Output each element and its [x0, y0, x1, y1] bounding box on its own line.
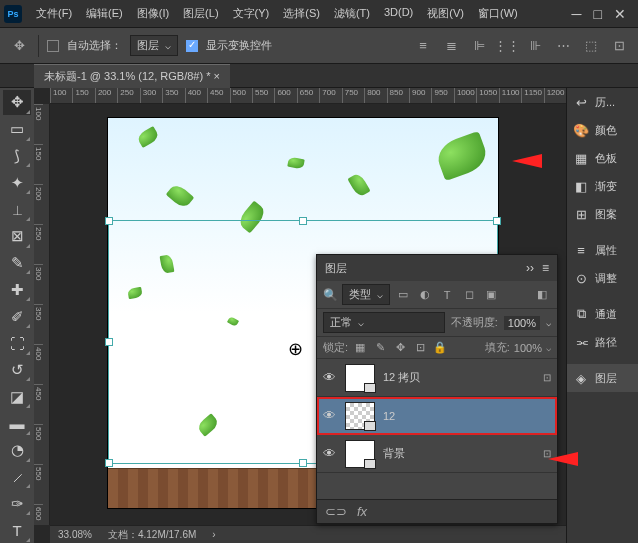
layer-thumbnail[interactable]: [345, 364, 375, 392]
frame-tool[interactable]: ⊠: [3, 224, 31, 249]
3d-icon[interactable]: ⬚: [580, 35, 602, 57]
menu-image[interactable]: 图像(I): [131, 3, 175, 24]
menu-layer[interactable]: 图层(L): [177, 3, 224, 24]
panel-item-色板[interactable]: ▦色板: [567, 144, 638, 172]
lock-all-icon[interactable]: 🔒: [432, 341, 448, 354]
visibility-icon[interactable]: 👁: [323, 370, 337, 385]
brush-tool[interactable]: ✐: [3, 304, 31, 329]
panel-item-图案[interactable]: ⊞图案: [567, 200, 638, 228]
blur-tool[interactable]: ◔: [3, 438, 31, 463]
align-icon[interactable]: ⊫: [468, 35, 490, 57]
lock-pos-icon[interactable]: ✥: [392, 341, 408, 354]
filter-toggle-icon[interactable]: ◧: [533, 286, 551, 304]
marquee-tool[interactable]: ▭: [3, 117, 31, 142]
panel-label: 调整: [595, 271, 617, 286]
panel-icon: ⊞: [573, 206, 589, 222]
panel-item-颜色[interactable]: 🎨颜色: [567, 116, 638, 144]
document-tab[interactable]: 未标题-1 @ 33.1% (12, RGB/8#) * ×: [34, 64, 230, 88]
pen-tool[interactable]: ✑: [3, 491, 31, 516]
dodge-tool[interactable]: ⟋: [3, 465, 31, 490]
layer-name[interactable]: 12: [383, 410, 395, 422]
panel-item-历...[interactable]: ↩历...: [567, 88, 638, 116]
layer-name[interactable]: 12 拷贝: [383, 370, 420, 385]
menu-window[interactable]: 窗口(W): [472, 3, 524, 24]
filter-shape-icon[interactable]: ◻: [460, 286, 478, 304]
lock-label: 锁定:: [323, 340, 348, 355]
menu-3d[interactable]: 3D(D): [378, 3, 419, 24]
panel-label: 渐变: [595, 179, 617, 194]
type-tool[interactable]: T: [3, 518, 31, 543]
filter-type-icon[interactable]: T: [438, 286, 456, 304]
align-icon[interactable]: ≣: [440, 35, 462, 57]
close-button[interactable]: ✕: [614, 6, 626, 22]
link-layers-icon[interactable]: ⊂⊃: [325, 504, 347, 519]
info-chevron-icon[interactable]: ›: [212, 529, 215, 540]
panel-item-调整[interactable]: ⊙调整: [567, 264, 638, 292]
align-icon[interactable]: ⊪: [524, 35, 546, 57]
lock-nest-icon[interactable]: ⊡: [412, 341, 428, 354]
move-tool[interactable]: ✥: [3, 90, 31, 115]
blend-mode-dropdown[interactable]: 正常: [323, 312, 445, 333]
visibility-icon[interactable]: 👁: [323, 446, 337, 461]
fill-label: 填充:: [485, 340, 510, 355]
filter-smart-icon[interactable]: ▣: [482, 286, 500, 304]
crop-tool[interactable]: ⟂: [3, 197, 31, 222]
opacity-value[interactable]: 100%: [504, 316, 540, 330]
move-tool-icon[interactable]: ✥: [8, 35, 30, 57]
filter-adjust-icon[interactable]: ◐: [416, 286, 434, 304]
lock-trans-icon[interactable]: ▦: [352, 341, 368, 354]
menu-type[interactable]: 文字(Y): [227, 3, 276, 24]
layer-thumbnail[interactable]: [345, 402, 375, 430]
menu-filter[interactable]: 滤镜(T): [328, 3, 376, 24]
heal-tool[interactable]: ✚: [3, 277, 31, 302]
lasso-tool[interactable]: ⟆: [3, 144, 31, 169]
panel-item-渐变[interactable]: ◧渐变: [567, 172, 638, 200]
panel-menu-icon[interactable]: ≡: [542, 261, 549, 275]
history-brush-tool[interactable]: ↺: [3, 358, 31, 383]
panel-item-通道[interactable]: ⧉通道: [567, 300, 638, 328]
menu-select[interactable]: 选择(S): [277, 3, 326, 24]
layers-panel-header[interactable]: 图层 ››≡: [317, 255, 557, 281]
stamp-tool[interactable]: ⛶: [3, 331, 31, 356]
wand-tool[interactable]: ✦: [3, 170, 31, 195]
minimize-button[interactable]: ─: [572, 6, 582, 22]
menu-edit[interactable]: 编辑(E): [80, 3, 129, 24]
visibility-icon[interactable]: 👁: [323, 408, 337, 423]
panel-icon[interactable]: ⊡: [608, 35, 630, 57]
layer-row[interactable]: 👁12 拷贝⊡: [317, 359, 557, 397]
maximize-button[interactable]: □: [594, 6, 602, 22]
panel-item-图层[interactable]: ◈图层: [567, 364, 638, 392]
fill-value[interactable]: 100%: [514, 342, 542, 354]
panel-label: 历...: [595, 95, 615, 110]
auto-select-checkbox[interactable]: [47, 40, 59, 52]
eraser-tool[interactable]: ◪: [3, 384, 31, 409]
layers-panel[interactable]: 图层 ››≡ 🔍 类型 ▭ ◐ T ◻ ▣ ◧ 正常 不透明度: 100%⌵ 锁…: [316, 254, 558, 524]
layer-row[interactable]: 👁12: [317, 397, 557, 435]
annotation-arrow-icon: [548, 452, 578, 466]
search-icon[interactable]: 🔍: [323, 288, 338, 302]
collapse-icon[interactable]: ››: [526, 261, 534, 275]
layer-thumbnail[interactable]: [345, 440, 375, 468]
annotation-arrow-icon: [512, 154, 542, 168]
panel-item-路径[interactable]: ⫘路径: [567, 328, 638, 356]
layer-name[interactable]: 背景: [383, 446, 405, 461]
filter-type-dropdown[interactable]: 类型: [342, 284, 390, 305]
align-icon[interactable]: ⋮⋮: [496, 35, 518, 57]
zoom-level[interactable]: 33.08%: [58, 529, 92, 540]
show-transform-checkbox[interactable]: [186, 40, 198, 52]
menu-file[interactable]: 文件(F): [30, 3, 78, 24]
panel-label: 颜色: [595, 123, 617, 138]
layer-select-dropdown[interactable]: 图层: [130, 35, 178, 56]
eyedropper-tool[interactable]: ✎: [3, 251, 31, 276]
layer-row[interactable]: 👁背景⊡: [317, 435, 557, 473]
fx-icon[interactable]: fx: [357, 504, 367, 519]
gradient-tool[interactable]: ▬: [3, 411, 31, 436]
menu-view[interactable]: 视图(V): [421, 3, 470, 24]
lock-pixels-icon[interactable]: ✎: [372, 341, 388, 354]
filter-image-icon[interactable]: ▭: [394, 286, 412, 304]
layers-panel-title: 图层: [325, 261, 347, 276]
panel-item-属性[interactable]: ≡属性: [567, 236, 638, 264]
more-icon[interactable]: ⋯: [552, 35, 574, 57]
align-icon[interactable]: ≡: [412, 35, 434, 57]
close-tab-icon[interactable]: ×: [214, 70, 220, 82]
